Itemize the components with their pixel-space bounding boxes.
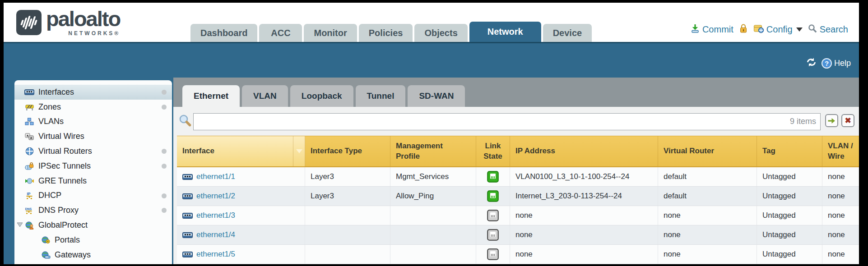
ethernet-interface-icon (182, 174, 193, 180)
link-state-up-icon (487, 190, 499, 202)
item-dot (162, 208, 167, 213)
gateways-icon (41, 251, 51, 259)
col-header-tag[interactable]: Tag (757, 136, 822, 166)
main-tab-objects[interactable]: Objects (414, 24, 467, 42)
ethernet-interface-icon (182, 213, 193, 219)
interface-type-tabs: EthernetVLANLoopbackTunnelSD-WAN (182, 85, 465, 107)
main-tab-dashboard[interactable]: Dashboard (190, 24, 257, 42)
expand-triangle-icon[interactable] (17, 222, 23, 227)
search-button[interactable]: Search (808, 24, 848, 36)
lock-icon[interactable] (739, 23, 748, 36)
sub-tab-loopback[interactable]: Loopback (290, 85, 353, 107)
main-tab-acc[interactable]: ACC (259, 24, 302, 42)
refresh-icon[interactable] (806, 58, 817, 69)
zones-icon (24, 103, 34, 111)
col-header-vlan-wire[interactable]: VLAN / Wire (822, 136, 859, 166)
help-icon: ? (822, 58, 832, 69)
ethernet-panel: 9 items ✖ Interface Interface Type Manag… (173, 107, 859, 264)
item-dot (162, 90, 167, 95)
filter-input[interactable] (193, 113, 821, 130)
ethernet-interface-icon (182, 193, 193, 199)
sidebar-item-gateways[interactable]: Gateways (14, 248, 172, 262)
interface-link[interactable]: ethernet1/1 (196, 172, 235, 181)
sidebar-item-interfaces[interactable]: Interfaces (14, 85, 172, 100)
brand-name: paloalto (46, 8, 120, 29)
commit-button[interactable]: Commit (690, 23, 733, 36)
sort-dropdown-icon[interactable] (293, 136, 305, 166)
interface-link[interactable]: ethernet1/5 (196, 250, 235, 259)
main-tab-policies[interactable]: Policies (359, 24, 413, 42)
app-screen: paloalto NETWORKS® DashboardACCMonitorPo… (4, 3, 859, 264)
interface-link[interactable]: ethernet1/3 (196, 211, 235, 220)
main-tab-monitor[interactable]: Monitor (304, 24, 357, 42)
network-sidebar: Interfaces Zones VLANs Virtual Wires Vir… (14, 80, 172, 264)
dns-proxy-icon: DNS (24, 206, 34, 215)
col-header-ip-address[interactable]: IP Address (510, 136, 658, 166)
table-row[interactable]: ethernet1/4 none none Untagged none (177, 225, 859, 245)
filter-field-wrap: 9 items (193, 113, 821, 130)
main-content: EthernetVLANLoopbackTunnelSD-WAN 9 items… (173, 78, 859, 264)
config-menu-button[interactable]: Config (753, 23, 803, 36)
sidebar-item-dns-proxy[interactable]: DNS DNS Proxy (14, 203, 172, 218)
caret-down-icon (796, 28, 803, 32)
link-state-up-icon (487, 171, 499, 183)
help-button[interactable]: ? Help (822, 58, 851, 69)
sub-tab-sd-wan[interactable]: SD-WAN (408, 85, 465, 107)
table-body: ethernet1/1 Layer3 Mgmt_Services VLAN010… (177, 167, 859, 264)
col-header-interface[interactable]: Interface (177, 136, 293, 166)
link-state-down-icon (487, 248, 499, 260)
sidebar-item-ipsec-tunnels[interactable]: IPSec Tunnels (14, 159, 172, 174)
apply-filter-button[interactable] (825, 114, 838, 127)
sidebar-item-vlans[interactable]: VLANs (14, 115, 172, 129)
gre-tunnels-icon (24, 177, 34, 185)
interfaces-icon (24, 88, 34, 96)
item-dot (162, 105, 167, 110)
item-dot (162, 193, 167, 198)
sub-tab-tunnel[interactable]: Tunnel (356, 85, 406, 107)
table-row[interactable]: ethernet1/2 Layer3 Allow_Ping Internet_L… (177, 187, 859, 206)
sidebar-item-dhcp[interactable]: IP DHCP (14, 188, 172, 203)
svg-text:DNS: DNS (25, 207, 32, 210)
top-bar: paloalto NETWORKS® DashboardACCMonitorPo… (4, 3, 859, 43)
sidebar-item-globalprotect[interactable]: GlobalProtect (14, 218, 172, 233)
ethernet-interface-icon (182, 232, 193, 238)
item-dot (162, 164, 167, 169)
col-header-link-state[interactable]: Link State (476, 136, 510, 166)
col-header-virtual-router[interactable]: Virtual Router (658, 136, 757, 166)
clear-filter-button[interactable]: ✖ (841, 114, 854, 127)
sidebar-item-zones[interactable]: Zones (14, 100, 172, 115)
sub-tab-ethernet[interactable]: Ethernet (182, 85, 240, 107)
table-header: Interface Interface Type Management Prof… (177, 136, 859, 167)
main-tab-device[interactable]: Device (543, 24, 592, 42)
portals-icon (41, 236, 51, 244)
col-header-interface-type[interactable]: Interface Type (305, 136, 390, 166)
sub-tab-vlan[interactable]: VLAN (242, 85, 288, 107)
config-icon (753, 23, 764, 36)
table-row[interactable]: ethernet1/3 none none Untagged none (177, 206, 859, 225)
sidebar-item-virtual-wires[interactable]: Virtual Wires (14, 129, 172, 144)
interface-link[interactable]: ethernet1/4 (196, 230, 235, 239)
table-row[interactable]: ethernet1/5 none none Untagged none (177, 245, 859, 264)
commit-icon (690, 23, 700, 36)
link-state-down-icon (487, 229, 499, 241)
vlans-icon (24, 118, 34, 126)
globalprotect-icon (24, 221, 34, 229)
table-row[interactable]: ethernet1/1 Layer3 Mgmt_Services VLAN010… (177, 167, 859, 187)
interfaces-table: Interface Interface Type Management Prof… (177, 136, 859, 264)
paloalto-logo-icon (16, 10, 42, 35)
sidebar-item-gre-tunnels[interactable]: GRE Tunnels (14, 174, 172, 188)
link-state-down-icon (487, 210, 499, 221)
dhcp-icon: IP (24, 192, 34, 200)
teal-toolbar: ? Help (806, 58, 851, 69)
col-header-management-profile[interactable]: Management Profile (390, 136, 476, 166)
clear-x-icon: ✖ (845, 116, 851, 125)
main-tab-network[interactable]: Network (469, 22, 541, 42)
sidebar-item-portals[interactable]: Portals (14, 233, 172, 248)
interface-link[interactable]: ethernet1/2 (196, 192, 235, 201)
search-icon (808, 24, 817, 36)
virtual-routers-icon (24, 147, 34, 156)
sidebar-item-virtual-routers[interactable]: Virtual Routers (14, 144, 172, 159)
svg-text:IP: IP (27, 192, 31, 196)
virtual-wires-icon (24, 133, 34, 141)
sidebar-item-clipped[interactable] (14, 262, 172, 264)
